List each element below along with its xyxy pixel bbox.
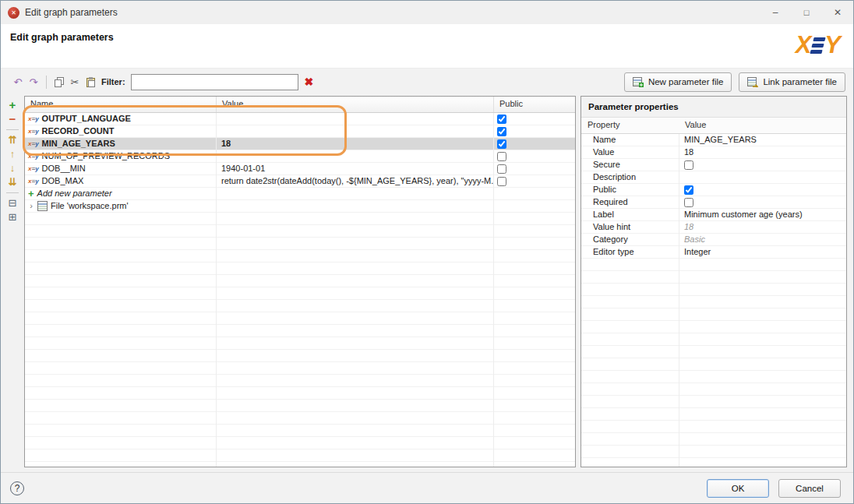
property-label: Label (581, 209, 679, 220)
add-parameter-icon[interactable]: + (5, 99, 19, 111)
property-row-label[interactable]: LabelMinimum customer age (years) (581, 209, 846, 221)
help-icon[interactable]: ? (10, 481, 24, 495)
property-label: Value hint (581, 221, 679, 233)
column-header-public[interactable]: Public (493, 97, 575, 112)
parameter-file-icon (37, 201, 48, 211)
cut-icon[interactable]: ✂ (67, 74, 83, 90)
property-row-editor-type[interactable]: Editor typeInteger (581, 246, 846, 259)
link-parameter-file-label: Link parameter file (763, 77, 837, 86)
property-row-value[interactable]: Value18 (581, 146, 846, 159)
public-checkbox[interactable] (497, 127, 506, 136)
close-button[interactable]: ✕ (822, 1, 853, 24)
parameter-name: OUTPUT_LANGUAGE (42, 113, 131, 125)
link-file-icon (747, 77, 758, 87)
property-checkbox[interactable] (684, 185, 693, 195)
add-new-parameter-label: Add new parameter (37, 188, 112, 199)
public-checkbox[interactable] (497, 177, 506, 186)
property-value[interactable] (679, 184, 846, 196)
move-top-icon[interactable]: ⇈ (5, 134, 19, 146)
property-value[interactable] (679, 171, 846, 183)
parameter-name: RECORD_COUNT (42, 125, 115, 137)
tree-expand-icon[interactable]: › (28, 200, 34, 212)
property-value[interactable]: Integer (679, 246, 846, 258)
property-row-description[interactable]: Description (581, 171, 846, 184)
parameters-table-header: Name Value Public (25, 97, 575, 113)
column-header-property-value[interactable]: Value (679, 118, 846, 133)
file-row-label: File 'workspace.prm' (51, 200, 129, 212)
properties-table-header: Property Value (581, 118, 846, 134)
dialog-title: Edit graph parameters (10, 32, 114, 43)
move-down-icon[interactable]: ↓ (5, 162, 19, 174)
maximize-button[interactable]: □ (791, 1, 822, 24)
property-label: Description (581, 171, 679, 183)
column-header-property[interactable]: Property (581, 118, 679, 133)
edit-graph-parameters-dialog: ✕ Edit graph parameters – □ ✕ Edit graph… (0, 0, 854, 504)
property-row-category[interactable]: CategoryBasic (581, 234, 846, 246)
parameter-file-icon (633, 77, 644, 87)
filter-label: Filter: (101, 77, 125, 86)
move-bottom-icon[interactable]: ⇊ (5, 176, 19, 189)
property-value[interactable]: MIN_AGE_YEARS (679, 134, 846, 146)
parameters-table-body: x=yOUTPUT_LANGUAGEx=yRECORD_COUNTx=yMIN_… (25, 113, 575, 467)
ok-button[interactable]: OK (707, 479, 769, 498)
parameter-properties-title: Parameter properties (581, 97, 846, 118)
property-column-separator (679, 134, 679, 467)
public-checkbox[interactable] (497, 139, 506, 149)
property-value[interactable]: 18 (679, 221, 846, 233)
toolbar-separator (6, 192, 19, 193)
prop-rows: NameMIN_AGE_YEARSValue18SecureDescriptio… (581, 134, 846, 259)
parameter-value[interactable]: 1940-01-01 (216, 163, 493, 174)
toolbar: ↶ ↷ ✂ Filter: ✖ New parameter file Link … (1, 69, 853, 95)
parameter-name: NUM_OF_PREVIEW_RECORDS (42, 150, 170, 162)
property-row-value-hint[interactable]: Value hint18 (581, 221, 846, 234)
property-value[interactable]: 18 (679, 146, 846, 158)
copy-icon[interactable] (51, 74, 67, 90)
expand-all-icon[interactable]: ⊞ (5, 211, 19, 224)
titlebar[interactable]: ✕ Edit graph parameters – □ ✕ (1, 1, 853, 24)
property-row-name[interactable]: NameMIN_AGE_YEARS (581, 134, 846, 146)
dialog-header: Edit graph parameters X Y (1, 24, 853, 69)
property-label: Public (581, 184, 679, 196)
property-label: Editor type (581, 246, 679, 258)
property-row-secure[interactable]: Secure (581, 159, 846, 171)
property-value[interactable] (679, 196, 846, 208)
toolbar-separator (46, 76, 47, 89)
cancel-button[interactable]: Cancel (778, 479, 841, 498)
property-checkbox[interactable] (684, 160, 693, 170)
parameter-name: DOB_MAX (42, 175, 84, 187)
property-label: Required (581, 196, 679, 208)
property-checkbox[interactable] (684, 198, 693, 207)
paste-icon[interactable] (83, 74, 98, 90)
column-header-name[interactable]: Name (25, 97, 216, 112)
parameter-value[interactable]: return date2str(dateAdd(today(), -${MIN_… (216, 175, 493, 187)
property-row-public[interactable]: Public (581, 184, 846, 196)
side-toolbar: + − ⇈ ↑ ↓ ⇊ ⊟ ⊞ (4, 96, 21, 467)
parameter-value[interactable] (216, 113, 493, 125)
public-checkbox[interactable] (497, 115, 506, 124)
logo-y: Y (824, 30, 841, 60)
empty-property-rows (581, 259, 846, 467)
new-parameter-file-button[interactable]: New parameter file (624, 72, 732, 92)
public-checkbox[interactable] (497, 152, 506, 161)
redo-icon[interactable]: ↷ (26, 74, 41, 90)
property-value[interactable] (679, 159, 846, 171)
collapse-all-icon[interactable]: ⊟ (5, 197, 19, 210)
main-area: + − ⇈ ↑ ↓ ⇊ ⊟ ⊞ Name Value Public x=yOUT… (1, 94, 853, 472)
parameter-name: MIN_AGE_YEARS (42, 138, 115, 150)
filter-input[interactable] (131, 74, 298, 90)
parameter-value[interactable]: 18 (216, 138, 493, 150)
property-value[interactable]: Basic (679, 234, 846, 245)
add-icon: + (28, 188, 34, 199)
undo-icon[interactable]: ↶ (10, 74, 26, 90)
clear-filter-icon[interactable]: ✖ (305, 76, 314, 88)
link-parameter-file-button[interactable]: Link parameter file (739, 72, 845, 92)
property-row-required[interactable]: Required (581, 196, 846, 209)
remove-parameter-icon[interactable]: − (5, 113, 19, 125)
column-header-value[interactable]: Value (216, 97, 493, 112)
public-checkbox[interactable] (497, 164, 506, 174)
parameter-value[interactable] (216, 150, 493, 162)
move-up-icon[interactable]: ↑ (5, 148, 19, 160)
minimize-button[interactable]: – (760, 1, 791, 24)
property-value[interactable]: Minimum customer age (years) (679, 209, 846, 220)
parameter-value[interactable] (216, 125, 493, 137)
